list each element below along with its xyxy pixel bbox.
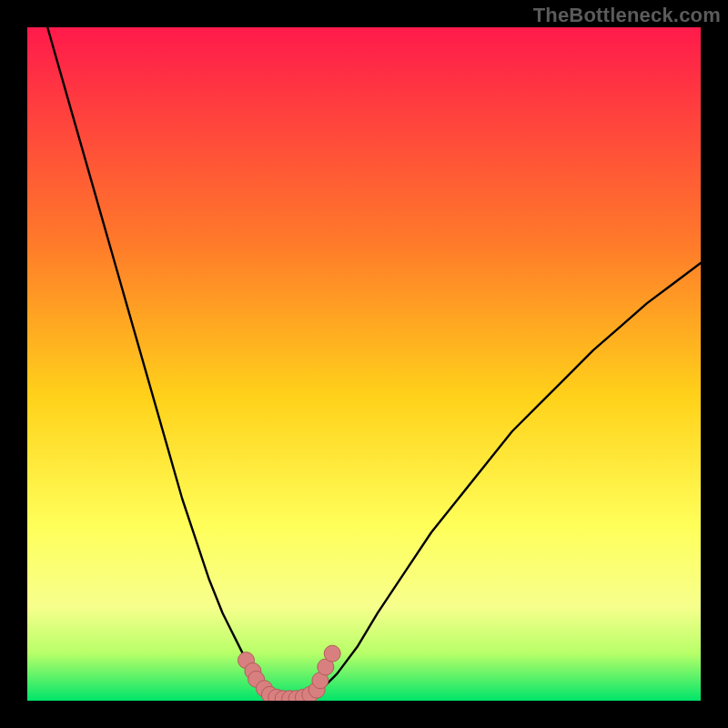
gradient-background <box>27 27 701 701</box>
chart-frame: TheBottleneck.com <box>0 0 728 728</box>
plot-area <box>27 27 701 701</box>
valley-marker <box>324 645 340 662</box>
bottleneck-curve-chart <box>27 27 701 701</box>
watermark-text: TheBottleneck.com <box>533 4 721 27</box>
